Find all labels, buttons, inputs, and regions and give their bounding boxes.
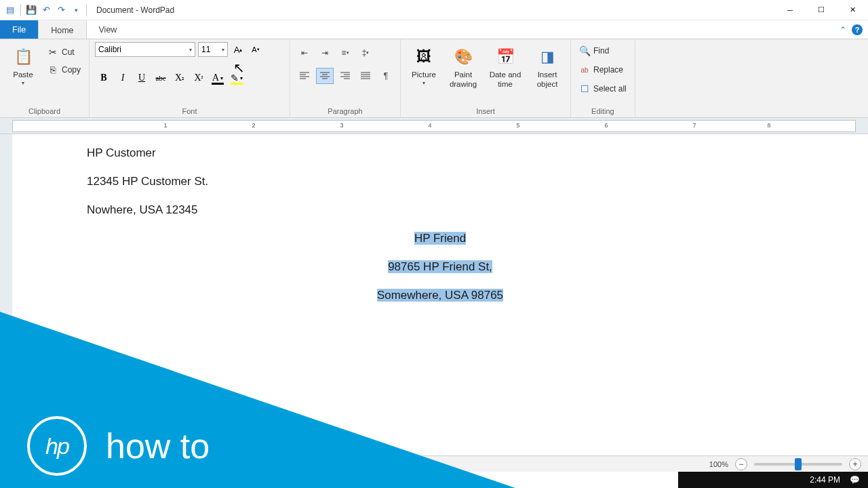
justify-button[interactable] <box>357 68 374 84</box>
calendar-icon: 📅 <box>494 46 516 68</box>
italic-button[interactable]: I <box>114 69 132 87</box>
align-right-button[interactable] <box>336 68 354 84</box>
insert-object-button[interactable]: ◨Insert object <box>530 42 565 91</box>
collapse-ribbon-icon[interactable]: ⌃ <box>840 25 846 35</box>
ribbon: 📋 Paste ▾ ✂Cut ⎘Copy Clipboard Calibri▾ … <box>0 39 868 118</box>
window-controls: ─ ☐ ✕ <box>774 0 868 20</box>
editing-label: Editing <box>576 105 629 116</box>
object-icon: ◨ <box>536 46 558 68</box>
shrink-font-button[interactable]: A▾ <box>248 42 263 57</box>
document-area: HP Customer 12345 HP Customer St. Nowher… <box>0 134 868 472</box>
document-text[interactable]: Nowhere, USA 12345 <box>87 203 793 217</box>
close-button[interactable]: ✕ <box>837 0 868 20</box>
paragraph-dialog-button[interactable]: ¶ <box>377 68 395 84</box>
insert-label: Insert <box>406 105 565 116</box>
document-selected-text[interactable]: Somewhere, USA 98765 <box>87 289 793 302</box>
copy-icon: ⎘ <box>47 64 58 75</box>
grow-font-button[interactable]: A▴ <box>231 42 245 57</box>
editing-group: 🔍Find abReplace ☐Select all Editing <box>571 39 635 117</box>
paragraph-label: Paragraph <box>296 105 395 116</box>
document-text[interactable]: HP Customer <box>87 146 793 160</box>
view-tab[interactable]: View <box>87 20 130 39</box>
copy-button[interactable]: ⎘Copy <box>45 62 83 77</box>
find-icon: 🔍 <box>579 45 590 56</box>
align-left-button[interactable] <box>296 68 313 84</box>
align-left-icon <box>300 72 309 80</box>
clipboard-group: 📋 Paste ▾ ✂Cut ⎘Copy Clipboard <box>0 39 90 117</box>
zoom-in-button[interactable]: + <box>849 458 861 470</box>
window-title: Document - WordPad <box>96 5 174 15</box>
zoom-out-button[interactable]: − <box>735 458 747 470</box>
paint-icon: 🎨 <box>452 46 474 68</box>
replace-button[interactable]: abReplace <box>576 62 629 77</box>
font-group: Calibri▾ 11▾ A▴ A▾ ↖ B I U abc X₂ X² A▾ … <box>90 39 290 117</box>
notification-icon[interactable]: 💬 <box>850 475 860 485</box>
date-time-button[interactable]: 📅Date and time <box>485 42 526 91</box>
ruler[interactable]: 1 2 3 4 5 6 7 8 <box>12 120 856 132</box>
separator <box>20 4 21 16</box>
chevron-down-icon: ▾ <box>222 47 224 53</box>
separator <box>86 4 87 16</box>
ruler-area: 1 2 3 4 5 6 7 8 <box>0 118 868 134</box>
title-bar: ▤ 💾 ↶ ↷ ▾ Document - WordPad ─ ☐ ✕ <box>0 0 868 20</box>
clock: 2:44 PM <box>810 475 840 485</box>
strikethrough-button[interactable]: abc <box>152 69 170 87</box>
font-name-dropdown[interactable]: Calibri▾ <box>95 42 195 57</box>
picture-icon: 🖼 <box>413 46 435 68</box>
zoom-level: 100% <box>709 460 728 468</box>
taskbar: 2:44 PM 💬 <box>678 472 868 488</box>
superscript-button[interactable]: X² <box>190 69 208 87</box>
minimize-button[interactable]: ─ <box>774 0 806 20</box>
redo-icon[interactable]: ↷ <box>55 4 67 16</box>
paragraph-group: ⇤ ⇥ ≡▾ ‡▾ <box>290 39 401 117</box>
justify-icon <box>361 72 370 80</box>
select-all-button[interactable]: ☐Select all <box>576 81 629 96</box>
qat-dropdown-icon[interactable]: ▾ <box>70 4 82 16</box>
save-icon[interactable]: 💾 <box>25 4 37 16</box>
chevron-down-icon: ▾ <box>189 47 192 53</box>
paint-drawing-button[interactable]: 🎨Paint drawing <box>446 42 481 91</box>
cut-button[interactable]: ✂Cut <box>45 45 83 60</box>
clipboard-label: Clipboard <box>5 105 83 116</box>
paste-icon: 📋 <box>12 46 34 68</box>
file-tab[interactable]: File <box>0 20 38 39</box>
find-button[interactable]: 🔍Find <box>576 43 629 58</box>
font-color-button[interactable]: A▾ <box>209 69 226 87</box>
increase-indent-button[interactable]: ⇥ <box>316 45 334 61</box>
zoom-slider-thumb[interactable] <box>795 458 802 470</box>
home-tab[interactable]: Home <box>38 20 86 39</box>
document-page[interactable]: HP Customer 12345 HP Customer St. Nowher… <box>12 134 868 472</box>
document-text[interactable]: 12345 HP Customer St. <box>87 175 793 188</box>
highlight-button[interactable]: ✎▾ <box>228 69 245 87</box>
help-icon[interactable]: ? <box>852 24 863 35</box>
status-bar: 100% − + <box>0 455 868 472</box>
replace-icon: ab <box>579 66 590 74</box>
align-right-icon <box>340 72 350 80</box>
maximize-button[interactable]: ☐ <box>806 0 837 20</box>
line-spacing-button[interactable]: ‡▾ <box>357 45 374 61</box>
align-center-icon <box>320 72 330 80</box>
cut-icon: ✂ <box>47 47 58 58</box>
underline-button[interactable]: U <box>133 69 151 87</box>
decrease-indent-button[interactable]: ⇤ <box>296 45 313 61</box>
document-selected-text[interactable]: 98765 HP Friend St, <box>87 260 793 274</box>
undo-icon[interactable]: ↶ <box>40 4 52 16</box>
align-center-button[interactable] <box>316 68 334 84</box>
bullet-list-button[interactable]: ≡▾ <box>336 45 354 61</box>
insert-group: 🖼Picture▾ 🎨Paint drawing 📅Date and time … <box>401 39 571 117</box>
subscript-button[interactable]: X₂ <box>171 69 189 87</box>
font-size-dropdown[interactable]: 11▾ <box>198 42 228 57</box>
font-label: Font <box>95 105 284 116</box>
quick-access-toolbar: ▤ 💾 ↶ ↷ ▾ <box>0 4 92 16</box>
paste-button[interactable]: 📋 Paste ▾ <box>5 42 41 87</box>
app-icon: ▤ <box>4 4 16 16</box>
bold-button[interactable]: B <box>95 69 113 87</box>
zoom-slider[interactable] <box>754 463 842 466</box>
select-all-icon: ☐ <box>579 83 590 94</box>
ribbon-tabs: File Home View ⌃ ? <box>0 20 868 39</box>
picture-button[interactable]: 🖼Picture▾ <box>406 42 441 87</box>
document-selected-text[interactable]: HP Friend <box>87 232 793 245</box>
